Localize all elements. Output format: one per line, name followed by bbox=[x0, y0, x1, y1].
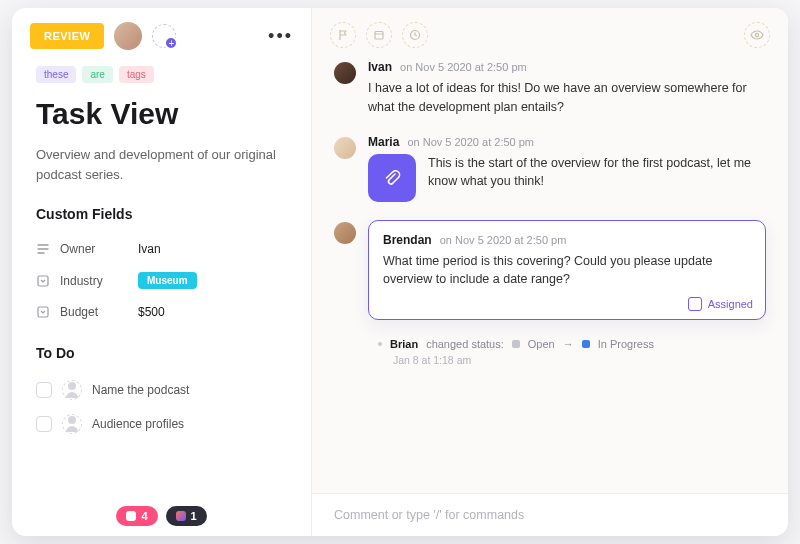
comment: Brendan on Nov 5 2020 at 2:50 pm What ti… bbox=[334, 220, 766, 321]
activity-actor: Brian bbox=[390, 338, 418, 350]
checkbox-icon bbox=[688, 297, 702, 311]
watch-button[interactable] bbox=[744, 22, 770, 48]
details-header: REVIEW + ••• bbox=[12, 8, 311, 60]
assigned-badge[interactable]: Assigned bbox=[688, 297, 753, 311]
todo-item[interactable]: Name the podcast bbox=[36, 373, 287, 407]
activity-entry: Brian changed status: Open → In Progress bbox=[378, 338, 766, 350]
plus-icon: + bbox=[164, 36, 178, 50]
comment-author: Ivan bbox=[368, 60, 392, 74]
field-label: Owner bbox=[60, 242, 138, 256]
assignee-placeholder-icon[interactable] bbox=[62, 414, 82, 434]
avatar bbox=[334, 222, 356, 244]
assignee-avatar[interactable] bbox=[114, 22, 142, 50]
task-description[interactable]: Overview and development of our original… bbox=[36, 145, 287, 184]
custom-field-row: Budget $500 bbox=[36, 297, 287, 327]
bullet-icon bbox=[378, 342, 382, 346]
checkbox[interactable] bbox=[36, 416, 52, 432]
comment-header: Brendan on Nov 5 2020 at 2:50 pm bbox=[383, 233, 751, 247]
assigned-comment-card[interactable]: Brendan on Nov 5 2020 at 2:50 pm What ti… bbox=[368, 220, 766, 321]
todo-item[interactable]: Audience profiles bbox=[36, 407, 287, 441]
details-body: these are tags Task View Overview and de… bbox=[12, 60, 311, 441]
comment-header: Maria on Nov 5 2020 at 2:50 pm bbox=[368, 135, 766, 149]
field-label: Budget bbox=[60, 305, 138, 319]
time-button[interactable] bbox=[402, 22, 428, 48]
tag[interactable]: are bbox=[82, 66, 112, 83]
field-value[interactable]: Ivan bbox=[138, 242, 161, 256]
task-card: REVIEW + ••• these are tags Task View Ov… bbox=[12, 8, 788, 536]
attachment-icon[interactable] bbox=[368, 154, 416, 202]
svg-rect-0 bbox=[38, 276, 48, 286]
todo-text: Audience profiles bbox=[92, 417, 184, 431]
avatar bbox=[334, 62, 356, 84]
integration-chips: 4 1 bbox=[12, 506, 311, 526]
comment-text: This is the start of the overview for th… bbox=[428, 154, 766, 192]
custom-field-row: Industry Museum bbox=[36, 264, 287, 297]
date-button[interactable] bbox=[366, 22, 392, 48]
todo-text: Name the podcast bbox=[92, 383, 189, 397]
dropdown-icon bbox=[36, 305, 50, 319]
text-icon bbox=[36, 242, 50, 256]
comment-text: I have a lot of ideas for this! Do we ha… bbox=[368, 79, 766, 117]
field-value-pill[interactable]: Museum bbox=[138, 272, 197, 289]
tag-list: these are tags bbox=[36, 66, 287, 83]
checkbox[interactable] bbox=[36, 382, 52, 398]
activity-from: Open bbox=[528, 338, 555, 350]
comment: Maria on Nov 5 2020 at 2:50 pm This is t… bbox=[334, 135, 766, 202]
status-to-icon bbox=[582, 340, 590, 348]
flag-button[interactable] bbox=[330, 22, 356, 48]
activity-pane: Ivan on Nov 5 2020 at 2:50 pm I have a l… bbox=[312, 8, 788, 536]
tag[interactable]: these bbox=[36, 66, 76, 83]
svg-rect-2 bbox=[375, 32, 383, 40]
comment: Ivan on Nov 5 2020 at 2:50 pm I have a l… bbox=[334, 60, 766, 117]
activity-toolbar bbox=[312, 8, 788, 56]
chip-count: 1 bbox=[191, 510, 197, 522]
arrow-icon: → bbox=[563, 338, 574, 350]
add-assignee-button[interactable]: + bbox=[152, 24, 176, 48]
dropdown-icon bbox=[36, 274, 50, 288]
comment-author: Brendan bbox=[383, 233, 432, 247]
comment-time: on Nov 5 2020 at 2:50 pm bbox=[400, 61, 527, 73]
details-pane: REVIEW + ••• these are tags Task View Ov… bbox=[12, 8, 312, 536]
chip-count: 4 bbox=[141, 510, 147, 522]
comment-time: on Nov 5 2020 at 2:50 pm bbox=[440, 234, 567, 246]
activity-verb: changed status: bbox=[426, 338, 504, 350]
integration-chip[interactable]: 4 bbox=[116, 506, 157, 526]
svg-point-4 bbox=[755, 33, 758, 36]
custom-fields-heading: Custom Fields bbox=[36, 206, 287, 222]
integration-chip[interactable]: 1 bbox=[166, 506, 207, 526]
field-value[interactable]: $500 bbox=[138, 305, 165, 319]
comment-time: on Nov 5 2020 at 2:50 pm bbox=[407, 136, 534, 148]
avatar bbox=[114, 22, 142, 50]
comment-author: Maria bbox=[368, 135, 399, 149]
more-menu-button[interactable]: ••• bbox=[268, 26, 293, 47]
status-button[interactable]: REVIEW bbox=[30, 23, 104, 49]
todo-heading: To Do bbox=[36, 345, 287, 361]
task-title[interactable]: Task View bbox=[36, 97, 287, 131]
avatar bbox=[334, 137, 356, 159]
assigned-label: Assigned bbox=[708, 298, 753, 310]
comment-thread: Ivan on Nov 5 2020 at 2:50 pm I have a l… bbox=[312, 56, 788, 493]
svg-rect-1 bbox=[38, 307, 48, 317]
tag[interactable]: tags bbox=[119, 66, 154, 83]
activity-time: Jan 8 at 1:18 am bbox=[393, 354, 766, 366]
status-from-icon bbox=[512, 340, 520, 348]
custom-field-row: Owner Ivan bbox=[36, 234, 287, 264]
field-label: Industry bbox=[60, 274, 138, 288]
chip-icon bbox=[176, 511, 186, 521]
assignee-placeholder-icon[interactable] bbox=[62, 380, 82, 400]
comment-input[interactable]: Comment or type '/' for commands bbox=[312, 493, 788, 536]
activity-to: In Progress bbox=[598, 338, 654, 350]
chip-icon bbox=[126, 511, 136, 521]
comment-header: Ivan on Nov 5 2020 at 2:50 pm bbox=[368, 60, 766, 74]
